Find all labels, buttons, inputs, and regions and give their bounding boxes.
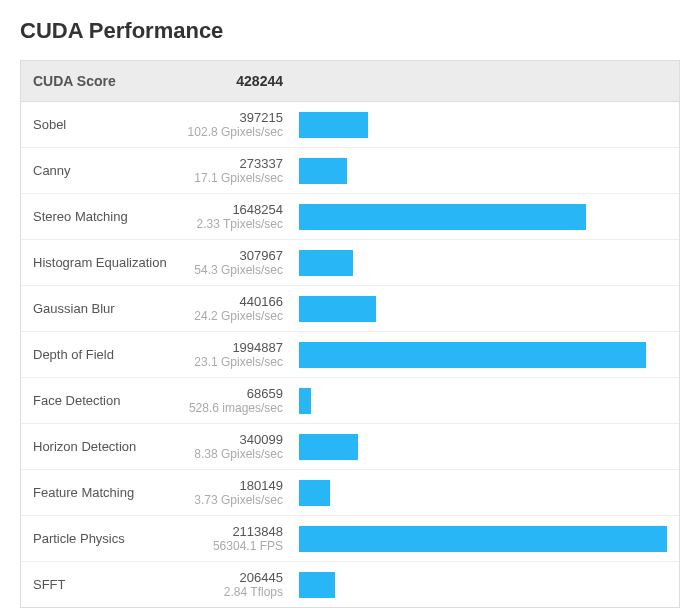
benchmark-rate: 2.33 Tpixels/sec — [183, 217, 283, 231]
score-bar — [299, 526, 667, 552]
bar-container — [293, 342, 667, 368]
benchmark-name: Horizon Detection — [33, 439, 183, 454]
score-column: 44016624.2 Gpixels/sec — [183, 294, 293, 323]
score-column: 397215102.8 Gpixels/sec — [183, 110, 293, 139]
score-bar — [299, 388, 311, 414]
score-column: 211384856304.1 FPS — [183, 524, 293, 553]
bar-container — [293, 572, 667, 598]
benchmark-name: Histogram Equalization — [33, 255, 183, 270]
bar-container — [293, 112, 667, 138]
benchmark-name: Sobel — [33, 117, 183, 132]
benchmark-name: Stereo Matching — [33, 209, 183, 224]
bar-container — [293, 296, 667, 322]
benchmark-score: 1994887 — [183, 340, 283, 355]
table-row: SFFT2064452.84 Tflops — [21, 562, 679, 607]
benchmark-score: 206445 — [183, 570, 283, 585]
benchmark-rate: 102.8 Gpixels/sec — [183, 125, 283, 139]
score-bar — [299, 434, 358, 460]
benchmark-name: Canny — [33, 163, 183, 178]
table-row: Feature Matching1801493.73 Gpixels/sec — [21, 470, 679, 516]
benchmark-rate: 23.1 Gpixels/sec — [183, 355, 283, 369]
table-row: Depth of Field199488723.1 Gpixels/sec — [21, 332, 679, 378]
benchmark-name: SFFT — [33, 577, 183, 592]
score-column: 199488723.1 Gpixels/sec — [183, 340, 293, 369]
score-bar — [299, 204, 586, 230]
score-bar — [299, 342, 646, 368]
benchmark-rate: 528.6 images/sec — [183, 401, 283, 415]
benchmark-score: 440166 — [183, 294, 283, 309]
benchmark-rate: 56304.1 FPS — [183, 539, 283, 553]
score-column: 2064452.84 Tflops — [183, 570, 293, 599]
benchmark-score: 397215 — [183, 110, 283, 125]
benchmark-rate: 54.3 Gpixels/sec — [183, 263, 283, 277]
table-row: Canny27333717.1 Gpixels/sec — [21, 148, 679, 194]
score-column: 68659528.6 images/sec — [183, 386, 293, 415]
score-bar — [299, 158, 347, 184]
score-bar — [299, 112, 368, 138]
bar-container — [293, 526, 667, 552]
score-column: 27333717.1 Gpixels/sec — [183, 156, 293, 185]
benchmark-score: 180149 — [183, 478, 283, 493]
table-row: Horizon Detection3400998.38 Gpixels/sec — [21, 424, 679, 470]
benchmark-name: Gaussian Blur — [33, 301, 183, 316]
header-row: CUDA Score 428244 — [21, 61, 679, 102]
table-row: Gaussian Blur44016624.2 Gpixels/sec — [21, 286, 679, 332]
score-column: 30796754.3 Gpixels/sec — [183, 248, 293, 277]
header-score: 428244 — [183, 73, 293, 89]
benchmark-rate: 3.73 Gpixels/sec — [183, 493, 283, 507]
table-row: Sobel397215102.8 Gpixels/sec — [21, 102, 679, 148]
bar-container — [293, 158, 667, 184]
benchmark-rows: Sobel397215102.8 Gpixels/secCanny2733371… — [21, 102, 679, 607]
score-column: 3400998.38 Gpixels/sec — [183, 432, 293, 461]
score-bar — [299, 572, 335, 598]
benchmark-rate: 24.2 Gpixels/sec — [183, 309, 283, 323]
benchmark-name: Depth of Field — [33, 347, 183, 362]
page-title: CUDA Performance — [20, 18, 680, 44]
table-row: Face Detection68659528.6 images/sec — [21, 378, 679, 424]
bar-container — [293, 434, 667, 460]
table-row: Histogram Equalization30796754.3 Gpixels… — [21, 240, 679, 286]
benchmark-score: 68659 — [183, 386, 283, 401]
benchmark-rate: 8.38 Gpixels/sec — [183, 447, 283, 461]
bar-container — [293, 480, 667, 506]
table-row: Stereo Matching16482542.33 Tpixels/sec — [21, 194, 679, 240]
benchmark-score: 2113848 — [183, 524, 283, 539]
score-column: 16482542.33 Tpixels/sec — [183, 202, 293, 231]
bar-container — [293, 204, 667, 230]
score-bar — [299, 250, 353, 276]
benchmark-rate: 2.84 Tflops — [183, 585, 283, 599]
benchmark-name: Particle Physics — [33, 531, 183, 546]
table-row: Particle Physics211384856304.1 FPS — [21, 516, 679, 562]
benchmark-score: 307967 — [183, 248, 283, 263]
score-bar — [299, 480, 330, 506]
benchmark-panel: CUDA Score 428244 Sobel397215102.8 Gpixe… — [20, 60, 680, 608]
benchmark-score: 1648254 — [183, 202, 283, 217]
score-column: 1801493.73 Gpixels/sec — [183, 478, 293, 507]
benchmark-name: Face Detection — [33, 393, 183, 408]
score-bar — [299, 296, 376, 322]
header-label: CUDA Score — [33, 73, 183, 89]
benchmark-score: 273337 — [183, 156, 283, 171]
bar-container — [293, 250, 667, 276]
benchmark-name: Feature Matching — [33, 485, 183, 500]
benchmark-score: 340099 — [183, 432, 283, 447]
bar-container — [293, 388, 667, 414]
benchmark-rate: 17.1 Gpixels/sec — [183, 171, 283, 185]
